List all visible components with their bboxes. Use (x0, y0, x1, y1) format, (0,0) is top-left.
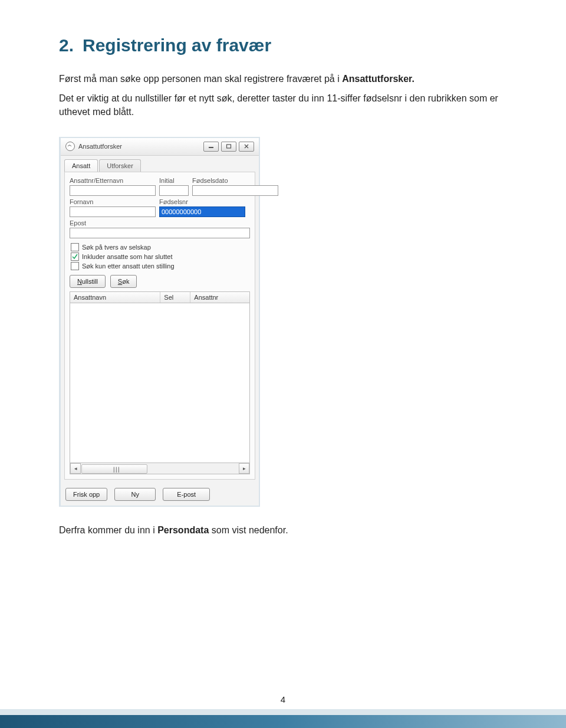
fodselsdato-input[interactable] (192, 185, 278, 196)
horizontal-scrollbar[interactable]: ◂ ┃┃┃ ▸ (70, 463, 250, 474)
frisk-opp-button[interactable]: Frisk opp (65, 488, 107, 501)
footer-decorative-bar (0, 715, 566, 728)
nullstill-button[interactable]: Nullstill (70, 275, 106, 288)
minimize-button[interactable] (203, 142, 219, 152)
checkbox-icon (71, 262, 79, 270)
checkbox-inkluder-sluttet[interactable]: Inkluder ansatte som har sluttet (71, 252, 250, 261)
checkbox-label: Søk kun etter ansatt uten stilling (82, 263, 175, 270)
svg-rect-1 (227, 145, 231, 148)
intro-paragraph-2: Det er viktig at du nullstiller før et n… (59, 91, 507, 119)
heading-title: Registrering av fravær (83, 35, 271, 55)
outro-paragraph: Derfra kommer du inn i Persondata som vi… (59, 523, 507, 537)
col-ansattnavn[interactable]: Ansattnavn (70, 292, 160, 303)
window-title: Ansattutforsker (78, 143, 203, 150)
fornavn-input[interactable] (70, 206, 156, 217)
tab-ansatt[interactable]: Ansatt (64, 159, 98, 172)
tab-utforsker[interactable]: Utforsker (99, 159, 141, 172)
label-fodselsnr: Fødselsnr (159, 198, 245, 205)
checkbox-uten-stilling[interactable]: Søk kun etter ansatt uten stilling (71, 262, 250, 270)
sok-button[interactable]: Søk (110, 275, 137, 288)
label-epost: Epost (70, 219, 250, 227)
checkbox-label: Søk på tvers av selskap (82, 244, 151, 251)
epost-input[interactable] (70, 228, 250, 238)
results-grid-header: Ansattnavn Sel Ansattnr (70, 291, 250, 303)
heading-number: 2. (59, 35, 83, 55)
checkbox-sok-pa-tvers[interactable]: Søk på tvers av selskap (71, 243, 250, 251)
checkbox-icon (71, 243, 79, 251)
scroll-right-arrow[interactable]: ▸ (239, 463, 249, 474)
scroll-thumb[interactable]: ┃┃┃ (81, 464, 147, 474)
label-fodselsdato: Fødselsdato (192, 177, 278, 184)
scroll-left-arrow[interactable]: ◂ (70, 463, 81, 474)
checkbox-icon (71, 252, 79, 261)
svg-rect-0 (209, 147, 213, 148)
checkbox-label: Inkluder ansatte som har sluttet (82, 253, 172, 260)
initial-input[interactable] (159, 185, 189, 196)
ny-button[interactable]: Ny (114, 488, 156, 501)
tabs: Ansatt Utforsker (61, 156, 259, 172)
results-grid-body[interactable] (70, 303, 250, 463)
intro-paragraph-1: Først må man søke opp personen man skal … (59, 72, 507, 86)
screenshot-frame: Ansattutforsker Ansatt Utforsker Ansattn… (59, 137, 260, 507)
fodselsnr-input[interactable] (159, 206, 245, 217)
intro-text-1a: Først må man søke opp personen man skal … (59, 74, 342, 84)
page-number: 4 (0, 694, 566, 704)
maximize-button[interactable] (221, 142, 236, 152)
search-pane: Ansattnr/Etternavn Initial Fødselsdato F… (64, 172, 255, 480)
col-sel[interactable]: Sel (160, 292, 190, 303)
close-button[interactable] (239, 142, 254, 152)
label-ansattnr-etternavn: Ansattnr/Etternavn (70, 177, 156, 184)
page-heading: 2.Registrering av fravær (59, 35, 507, 55)
window-titlebar: Ansattutforsker (61, 138, 259, 156)
label-initial: Initial (159, 177, 189, 184)
col-ansattnr[interactable]: Ansattnr (190, 292, 249, 303)
intro-bold-ansattutforsker: Ansattutforsker. (342, 74, 414, 84)
ansattnr-etternavn-input[interactable] (70, 185, 156, 196)
outro-bold-persondata: Persondata (157, 525, 209, 535)
app-icon (65, 142, 75, 151)
outro-text-c: som vist nedenfor. (209, 525, 288, 535)
outro-text-a: Derfra kommer du inn i (59, 525, 157, 535)
ansattutforsker-window: Ansattutforsker Ansatt Utforsker Ansattn… (61, 138, 259, 506)
bottom-button-row: Frisk opp Ny E-post (61, 483, 259, 506)
label-fornavn: Fornavn (70, 198, 156, 205)
epost-button[interactable]: E-post (163, 488, 210, 501)
scroll-track[interactable]: ┃┃┃ (81, 464, 239, 473)
